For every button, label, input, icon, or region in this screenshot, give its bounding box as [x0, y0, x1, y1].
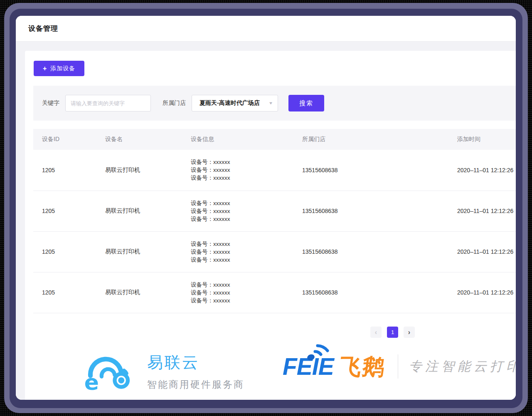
- table-row: 1205 易联云打印机 设备号：xxxxxx 设备号：xxxxxx 设备号：xx…: [33, 150, 516, 191]
- device-info-line: 设备号：xxxxxx: [191, 158, 302, 166]
- cell-device-id: 1205: [33, 150, 105, 191]
- search-button[interactable]: 搜索: [288, 95, 324, 111]
- device-info-line: 设备号：xxxxxx: [191, 289, 302, 297]
- yilianyun-brand: e 易联云 智能商用硬件服务商: [84, 350, 244, 393]
- col-device-id: 设备ID: [33, 129, 105, 150]
- filter-bar: 关键字 所属门店 夏雨天-高速时代广场店 ▼ 搜索: [33, 86, 516, 121]
- cell-added-time: 2020–11–01 12:12:26: [457, 191, 516, 231]
- add-device-label: 添加设备: [50, 65, 75, 72]
- cell-device-info: 设备号：xxxxxx 设备号：xxxxxx 设备号：xxxxxx: [191, 231, 302, 272]
- device-info-line: 设备号：xxxxxx: [191, 240, 302, 248]
- cell-store: 13515608638: [302, 231, 457, 272]
- feie-slogan: 专注智能云打印: [409, 358, 516, 375]
- store-select-value: 夏雨天-高速时代广场店: [200, 99, 260, 107]
- cell-device-name: 易联云打印机: [105, 191, 191, 231]
- cell-device-id: 1205: [33, 231, 105, 272]
- cell-device-info: 设备号：xxxxxx 设备号：xxxxxx 设备号：xxxxxx: [191, 150, 302, 191]
- feie-logo: FEIE: [283, 355, 334, 379]
- content-panel: + 添加设备 关键字 所属门店 夏雨天-高速时代广场店 ▼ 搜索: [25, 51, 516, 400]
- yilianyun-name: 易联云: [147, 352, 244, 373]
- caret-down-icon: ▼: [268, 101, 273, 105]
- col-added-time: 添加时间: [457, 129, 516, 150]
- pagination: ‹ 1 ›: [370, 327, 415, 338]
- page-title: 设备管理: [28, 24, 58, 33]
- next-page-button[interactable]: ›: [404, 327, 415, 338]
- table-row: 1205 易联云打印机 设备号：xxxxxx 设备号：xxxxxx 设备号：xx…: [33, 191, 516, 231]
- device-info-line: 设备号：xxxxxx: [191, 297, 302, 305]
- cell-device-id: 1205: [33, 191, 105, 231]
- yilianyun-cloud-icon: e: [84, 350, 135, 393]
- prev-page-button[interactable]: ‹: [370, 327, 382, 338]
- plus-icon: +: [43, 65, 47, 72]
- device-info-line: 设备号：xxxxxx: [191, 166, 302, 174]
- keyword-label: 关键字: [42, 99, 59, 107]
- device-table: 设备ID 设备名 设备信息 所属们店 添加时间 1205 易联云打印机: [33, 129, 516, 313]
- window-frame-outer: 设备管理 + 添加设备 关键字 所属门店 夏雨天-高速时代广场店 ▼: [4, 3, 528, 413]
- cell-added-time: 2020–11–01 12:12:26: [457, 231, 516, 272]
- table-row: 1205 易联云打印机 设备号：xxxxxx 设备号：xxxxxx 设备号：xx…: [33, 272, 516, 313]
- feie-chinese-text: 飞鹅: [338, 356, 387, 378]
- col-device-name: 设备名: [105, 129, 191, 150]
- cell-device-name: 易联云打印机: [105, 272, 191, 313]
- add-device-button[interactable]: + 添加设备: [34, 61, 84, 76]
- device-info-line: 设备号：xxxxxx: [191, 248, 302, 256]
- store-label: 所属门店: [163, 99, 186, 107]
- col-device-info: 设备信息: [191, 129, 302, 150]
- cell-device-name: 易联云打印机: [105, 150, 191, 191]
- cell-device-info: 设备号：xxxxxx 设备号：xxxxxx 设备号：xxxxxx: [191, 272, 302, 313]
- table-header-row: 设备ID 设备名 设备信息 所属们店 添加时间: [33, 129, 516, 150]
- svg-text:e: e: [84, 370, 99, 393]
- device-info-line: 设备号：xxxxxx: [191, 207, 302, 215]
- app-card: 设备管理 + 添加设备 关键字 所属门店 夏雨天-高速时代广场店 ▼: [16, 16, 516, 400]
- page-body: + 添加设备 关键字 所属门店 夏雨天-高速时代广场店 ▼ 搜索: [16, 42, 516, 400]
- cell-added-time: 2020–11–01 12:12:26: [457, 150, 516, 191]
- cell-added-time: 2020–11–01 12:12:26: [457, 272, 516, 313]
- yilianyun-text: 易联云 智能商用硬件服务商: [147, 352, 244, 391]
- device-info-line: 设备号：xxxxxx: [191, 174, 302, 182]
- table-row: 1205 易联云打印机 设备号：xxxxxx 设备号：xxxxxx 设备号：xx…: [33, 231, 516, 272]
- footer-brands: e 易联云 智能商用硬件服务商: [25, 349, 516, 399]
- feie-brand: FEIE 飞鹅 专注智能云打印: [283, 354, 516, 379]
- cell-store: 13515608638: [302, 191, 457, 231]
- window-frame-inner: 设备管理 + 添加设备 关键字 所属门店 夏雨天-高速时代广场店 ▼: [10, 9, 522, 408]
- device-info-line: 设备号：xxxxxx: [191, 215, 302, 223]
- cell-store: 13515608638: [302, 150, 457, 191]
- cell-device-name: 易联云打印机: [105, 231, 191, 272]
- store-select[interactable]: 夏雨天-高速时代广场店 ▼: [192, 95, 278, 111]
- yilianyun-tagline: 智能商用硬件服务商: [147, 378, 244, 391]
- device-info-line: 设备号：xxxxxx: [191, 256, 302, 264]
- page-header: 设备管理: [16, 16, 516, 42]
- wifi-signal-icon: [305, 342, 332, 362]
- device-info-line: 设备号：xxxxxx: [191, 281, 302, 289]
- device-info-line: 设备号：xxxxxx: [191, 199, 302, 207]
- cell-device-id: 1205: [33, 272, 105, 313]
- brand-divider: [398, 354, 398, 379]
- cell-store: 13515608638: [302, 272, 457, 313]
- keyword-input[interactable]: [65, 95, 151, 111]
- cell-device-info: 设备号：xxxxxx 设备号：xxxxxx 设备号：xxxxxx: [191, 191, 302, 231]
- col-store: 所属们店: [302, 129, 457, 150]
- page-number-button[interactable]: 1: [387, 327, 398, 338]
